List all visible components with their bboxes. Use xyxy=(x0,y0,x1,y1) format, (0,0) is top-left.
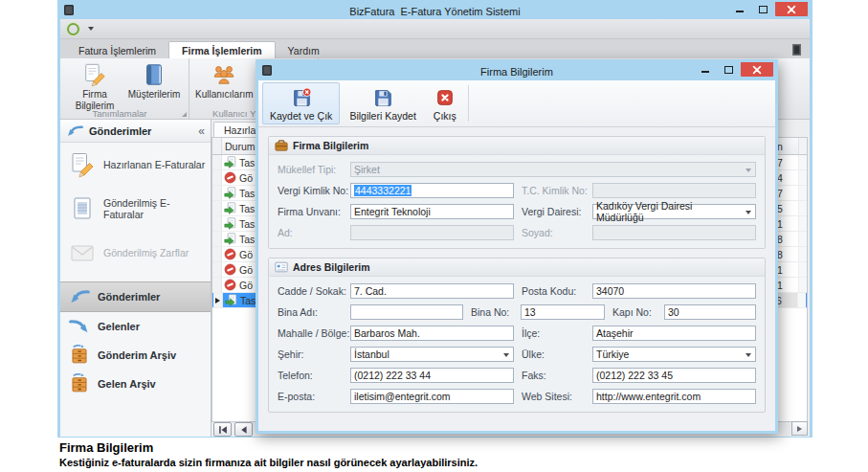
group-label-tanimlamalar: Tanımlamalar xyxy=(60,108,179,119)
groupbox-title: Adres Bilgilerim xyxy=(293,261,370,273)
web-sitesi-label: Web Sitesi: xyxy=(522,391,585,402)
nav-item-gonderim-arsiv[interactable]: Gönderim Arşiv xyxy=(60,341,211,370)
sidebar-item-hazirlanan-efaturalar[interactable]: Hazırlanan E-Faturalar xyxy=(60,143,211,187)
sidebar-item-gonderilmis-efaturalar[interactable]: Gönderilmiş E-Faturalar xyxy=(60,187,211,231)
hscroll-right-button[interactable] xyxy=(791,421,808,436)
telefon-field[interactable] xyxy=(350,368,514,383)
main-titlebar: BizFatura E-Fatura Yönetim Sistemi xyxy=(60,3,810,19)
close-button[interactable] xyxy=(775,2,808,16)
bina-adi-label: Bina Adı: xyxy=(278,306,343,318)
musterilerim-button[interactable]: Müşterilerim xyxy=(124,60,184,102)
soyad-label: Soyad: xyxy=(522,227,585,238)
sidebar-header-label: Gönderimler xyxy=(89,125,192,137)
kullanicilarim-button[interactable]: Kullanıcılarım xyxy=(194,60,254,102)
tab-firma-islemlerim[interactable]: Firma İşlemlerim xyxy=(168,41,275,58)
status-taslak-icon xyxy=(224,233,236,245)
caption-title: Firma Bilgilerim xyxy=(59,440,844,455)
soyad-field[interactable] xyxy=(592,225,756,240)
ilce-label: İlçe: xyxy=(522,327,585,339)
ulke-label: Ülke: xyxy=(522,348,585,360)
eposta-field[interactable] xyxy=(350,389,514,404)
dialog-icon xyxy=(262,65,272,76)
app-menu-icon[interactable] xyxy=(67,23,79,35)
sehir-label: Şehir: xyxy=(278,348,343,360)
eposta-label: E-posta: xyxy=(278,391,343,402)
pager-first-button[interactable] xyxy=(213,422,232,437)
faks-label: Faks: xyxy=(522,370,585,381)
sehir-combo[interactable]: İstanbul xyxy=(350,347,514,362)
nav-item-gelen-arsiv[interactable]: Gelen Arşiv xyxy=(60,370,211,398)
status-blocked-icon xyxy=(224,279,236,291)
vergi-kimlik-field[interactable]: 4443332221 xyxy=(350,183,514,198)
mahalle-field[interactable] xyxy=(350,326,514,341)
ulke-combo[interactable]: Türkiye xyxy=(592,347,756,362)
ribbon-button-label: Kullanıcılarım xyxy=(195,89,254,100)
selected-text: 4443332221 xyxy=(354,185,412,196)
cikis-button[interactable]: Çıkış xyxy=(426,82,464,124)
group-dialog-launcher-icon[interactable] xyxy=(182,112,187,117)
tab-fatura-islemlerim[interactable]: Fatura İşlemlerim xyxy=(66,42,168,58)
sidebar-item-label: Gönderilmiş E-Faturalar xyxy=(103,197,207,220)
faks-field[interactable] xyxy=(592,368,756,383)
nav-item-gelenler[interactable]: Gelenler xyxy=(60,312,211,341)
posta-kodu-field[interactable] xyxy=(592,283,756,299)
bina-no-label: Bina No: xyxy=(471,306,513,318)
cadde-field[interactable] xyxy=(350,283,514,299)
users-icon xyxy=(211,62,236,87)
archive-cabinet-icon xyxy=(69,373,90,394)
kapi-no-field[interactable] xyxy=(664,304,756,320)
dialog-close-button[interactable] xyxy=(741,62,773,77)
firma-bilgilerim-button[interactable]: Firma Bilgilerim xyxy=(65,60,124,113)
bina-no-field[interactable] xyxy=(521,304,605,320)
ad-field[interactable] xyxy=(350,225,514,240)
bilgileri-kaydet-button[interactable]: Bilgileri Kaydet xyxy=(342,82,423,124)
tc-kimlik-field[interactable] xyxy=(592,183,756,198)
dialog-toolbar: Kaydet ve Çık Bilgileri Kaydet Çıkış xyxy=(258,80,775,127)
tab-yardim[interactable]: Yardım xyxy=(276,42,332,58)
status-taslak-icon xyxy=(225,294,237,306)
draft-invoice-icon xyxy=(69,151,96,178)
row-indicator-icon xyxy=(215,298,220,303)
exit-icon xyxy=(434,87,456,108)
web-sitesi-field[interactable] xyxy=(592,389,756,404)
ribbon-corner-icon[interactable] xyxy=(792,44,801,56)
address-card-icon xyxy=(275,260,288,274)
page-pencil-icon xyxy=(82,62,107,87)
briefcase-icon xyxy=(275,139,288,152)
pager-prev-button[interactable] xyxy=(234,422,253,437)
telefon-label: Telefon: xyxy=(278,370,343,381)
chevron-down-icon xyxy=(503,353,509,357)
vertical-scrollbar[interactable] xyxy=(798,138,807,154)
chevron-down-icon xyxy=(746,169,751,172)
minimize-button[interactable] xyxy=(727,2,751,16)
dialog-maximize-button[interactable] xyxy=(717,62,741,77)
bina-adi-field[interactable] xyxy=(350,304,463,320)
sidebar-item-gonderilmis-zarflar[interactable]: Gönderilmiş Zarflar xyxy=(60,231,211,275)
window-title: BizFatura E-Fatura Yönetim Sistemi xyxy=(349,6,520,17)
sidebar-collapse-icon[interactable]: « xyxy=(198,124,205,138)
ribbon-tab-strip: Fatura İşlemlerim Firma İşlemlerim Yardı… xyxy=(60,39,810,58)
dialog-minimize-button[interactable] xyxy=(693,62,717,77)
kaydet-ve-cik-button[interactable]: Kaydet ve Çık xyxy=(262,82,340,124)
sidebar-item-label: Hazırlanan E-Faturalar xyxy=(103,159,205,170)
vergi-dairesi-label: Vergi Dairesi: xyxy=(522,206,585,217)
nav-item-gonderimler[interactable]: Gönderimler xyxy=(60,281,211,312)
dialog-title: Firma Bilgilerim xyxy=(480,66,553,78)
maximize-button[interactable] xyxy=(751,2,775,16)
ilce-field[interactable] xyxy=(592,326,756,341)
cadde-label: Cadde / Sokak: xyxy=(278,285,343,297)
firma-unvani-field[interactable] xyxy=(350,204,514,219)
sent-invoice-icon xyxy=(69,195,96,222)
qat-dropdown-icon[interactable] xyxy=(88,27,94,31)
status-blocked-icon xyxy=(224,263,236,276)
vergi-dairesi-combo[interactable]: Kadıköy Vergi Dairesi Müdürlüğü xyxy=(592,204,756,219)
caption: Firma Bilgilerim Kestiğiniz e-faturalard… xyxy=(59,440,844,468)
status-blocked-icon xyxy=(224,171,236,184)
archive-cabinet-icon xyxy=(69,345,90,366)
ribbon-button-label: Müşterilerim xyxy=(128,89,180,100)
mukellef-tipi-combo[interactable]: Şirket xyxy=(350,162,756,177)
status-taslak-icon xyxy=(224,217,236,230)
status-taslak-icon xyxy=(224,202,236,214)
caption-text: Kestiğiniz e-faturalarda sizin firmanıza… xyxy=(59,457,844,468)
address-info-groupbox: Adres Bilgilerim Cadde / Sokak: Posta Ko… xyxy=(268,258,766,413)
